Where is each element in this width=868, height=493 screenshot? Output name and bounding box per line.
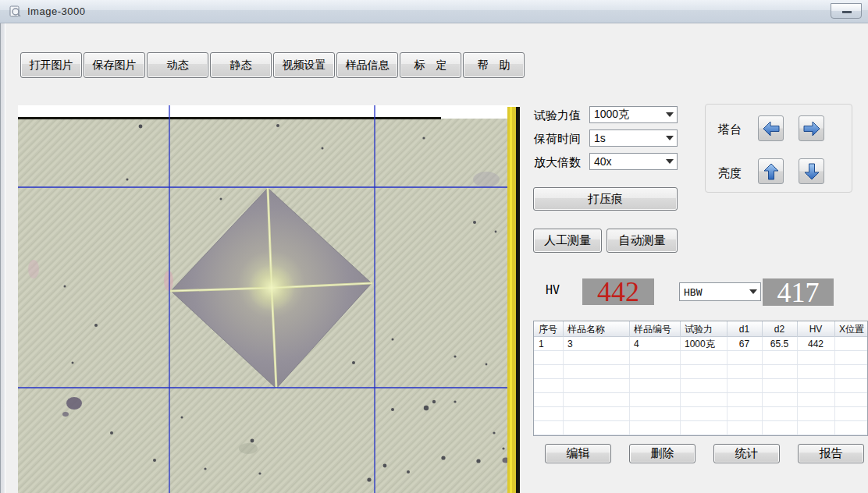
empty-row [534,379,867,393]
col-header-sample-no[interactable]: 样品编号 [629,321,680,337]
toolbar-button-static[interactable]: 静态 [210,52,272,78]
title-bar: Image-3000 [0,0,868,23]
brightness-down-button[interactable] [799,158,824,184]
stats-button[interactable]: 统计 [713,444,780,463]
table-header: 序号 样品名称 样品编号 试验力 d1 d2 HV X位置 [534,321,867,337]
hv-label: HV [546,283,560,297]
hv-value-display: 442 [582,278,654,305]
toolbar-button-video-settings[interactable]: 视频设置 [273,52,335,78]
empty-row [534,393,867,407]
app-window: Image-3000 打开图片 保存图片 动态 静态 视频设置 样品信息 标 定… [0,0,868,493]
toolbar-button-save-image[interactable]: 保存图片 [84,52,145,78]
empty-row [534,351,867,365]
left-arrow-icon [762,119,781,138]
edit-button[interactable]: 编辑 [545,444,611,463]
hardness-scale-value: HBW [684,286,702,298]
auto-measure-button[interactable]: 自动测量 [607,229,678,253]
col-header-hv[interactable]: HV [797,321,834,337]
empty-row [534,421,867,435]
hold-time-label: 保荷时间 [534,132,581,147]
brightness-label: 亮度 [718,166,742,181]
right-arrow-icon [802,119,821,138]
turret-label: 塔台 [718,122,742,137]
col-header-d1[interactable]: d1 [727,321,762,337]
app-icon [9,5,22,18]
up-arrow-icon [762,162,781,181]
turret-left-button[interactable] [758,115,784,141]
converted-value-display: 417 [763,278,834,306]
window-title: Image-3000 [27,5,85,17]
minimize-icon [842,11,852,13]
hold-time-select[interactable]: 1s [589,129,678,147]
test-force-label: 试验力值 [534,108,581,123]
delete-button[interactable]: 删除 [629,444,695,463]
table-row[interactable]: 1 3 4 1000克 67 65.5 442 [534,337,867,351]
microscope-image[interactable] [18,105,520,493]
col-header-index[interactable]: 序号 [534,321,563,337]
brightness-up-button[interactable] [758,158,784,184]
make-indent-button[interactable]: 打压痕 [533,187,678,211]
turret-right-button[interactable] [799,115,824,141]
chevron-down-icon [666,159,674,164]
cell-d1[interactable]: 67 [727,337,762,351]
hardness-scale-select[interactable]: HBW [679,282,761,301]
chevron-down-icon [749,289,757,294]
col-header-test-force[interactable]: 试验力 [680,321,727,337]
window-left-border [0,23,5,493]
col-header-x-position[interactable]: X位置 [834,321,868,337]
test-force-value: 1000克 [594,108,629,122]
magnification-label: 放大倍数 [534,155,581,170]
cell-index[interactable]: 1 [534,337,563,351]
cell-test-force[interactable]: 1000克 [680,337,727,351]
toolbar-button-open-image[interactable]: 打开图片 [20,52,82,78]
cell-sample-no[interactable]: 4 [629,337,680,351]
toolbar-button-sample-info[interactable]: 样品信息 [336,52,398,78]
test-force-select[interactable]: 1000克 [589,106,678,123]
cell-hv[interactable]: 442 [797,337,834,351]
cell-x-position[interactable] [834,337,868,351]
col-header-sample-name[interactable]: 样品名称 [563,321,629,337]
col-header-d2[interactable]: d2 [762,321,797,337]
chevron-down-icon [666,136,674,140]
empty-row [534,365,867,379]
cell-d2[interactable]: 65.5 [762,337,797,351]
toolbar-button-dynamic[interactable]: 动态 [147,52,208,78]
minimize-button[interactable] [831,3,862,19]
indentation-image [18,105,520,493]
report-button[interactable]: 报告 [798,444,864,463]
magnification-value: 40x [594,155,612,168]
results-table: 序号 样品名称 样品编号 试验力 d1 d2 HV X位置 1 3 4 1000… [533,321,868,436]
toolbar-button-calibration[interactable]: 标 定 [400,52,461,78]
chevron-down-icon [666,112,674,117]
hold-time-value: 1s [594,132,606,144]
manual-measure-button[interactable]: 人工测量 [533,229,602,253]
toolbar-button-help[interactable]: 帮 助 [463,52,525,78]
empty-row [534,407,867,421]
magnification-select[interactable]: 40x [589,153,678,170]
cell-sample-name[interactable]: 3 [563,337,629,351]
down-arrow-icon [802,162,821,181]
